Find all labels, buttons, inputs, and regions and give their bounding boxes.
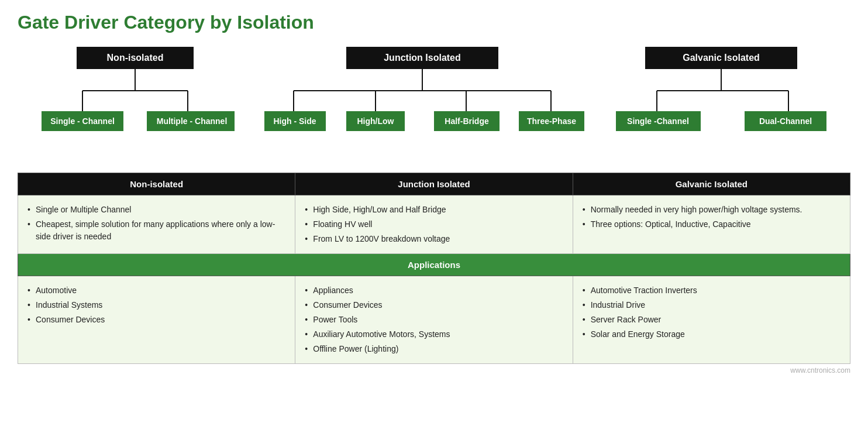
- page-title: Gate Driver Category by Isolation: [18, 12, 850, 33]
- features-galvanic-isolated: Normally needed in very high power/high …: [573, 195, 850, 254]
- list-item: From LV to 1200V breakdown voltage: [305, 232, 563, 246]
- list-item: High Side, High/Low and Half Bridge: [305, 202, 563, 217]
- features-non-isolated: Single or Multiple Channel Cheapest, sim…: [18, 195, 295, 254]
- svg-text:Dual-Channel: Dual-Channel: [759, 116, 812, 126]
- applications-header-cell: Applications: [18, 254, 850, 276]
- list-item: Cheapest, simple solution for many appli…: [27, 217, 285, 244]
- list-item: Floating HV well: [305, 217, 563, 232]
- svg-text:Half-Bridge: Half-Bridge: [445, 116, 489, 126]
- header-junction-isolated: Junction Isolated: [295, 173, 573, 195]
- junction-isolated-tree: Junction Isolated High - Side High/Low H…: [259, 44, 586, 161]
- apps-junction-isolated: Appliances Consumer Devices Power Tools …: [295, 276, 573, 364]
- galvanic-isolated-tree: Galvanic Isolated Single -Channel Dual-C…: [610, 44, 832, 161]
- svg-text:High - Side: High - Side: [273, 116, 316, 126]
- apps-non-isolated: Automotive Industrial Systems Consumer D…: [18, 276, 295, 364]
- list-item: Offline Power (Lighting): [305, 342, 563, 356]
- list-item: Normally needed in very high power/high …: [583, 202, 841, 217]
- svg-text:Non-isolated: Non-isolated: [106, 53, 163, 63]
- list-item: Server Rack Power: [583, 312, 841, 327]
- svg-text:Single - Channel: Single - Channel: [50, 116, 115, 126]
- applications-header-row: Applications: [18, 254, 850, 276]
- applications-row: Automotive Industrial Systems Consumer D…: [18, 276, 850, 364]
- svg-text:Single -Channel: Single -Channel: [627, 116, 689, 126]
- svg-text:Multiple - Channel: Multiple - Channel: [156, 116, 227, 126]
- features-junction-isolated: High Side, High/Low and Half Bridge Floa…: [295, 195, 573, 254]
- list-item: Automotive: [27, 283, 285, 298]
- tree-diagrams: Non-isolated Single - Channel Multiple -…: [18, 44, 850, 161]
- list-item: Solar and Energy Storage: [583, 327, 841, 342]
- features-row: Single or Multiple Channel Cheapest, sim…: [18, 195, 850, 254]
- header-galvanic-isolated: Galvanic Isolated: [573, 173, 850, 195]
- list-item: Power Tools: [305, 312, 563, 327]
- list-item: Appliances: [305, 283, 563, 298]
- list-item: Three options: Optical, Inductive, Capac…: [583, 217, 841, 232]
- list-item: Consumer Devices: [305, 298, 563, 312]
- svg-text:Three-Phase: Three-Phase: [527, 116, 576, 126]
- list-item: Industrial Drive: [583, 298, 841, 312]
- list-item: Consumer Devices: [27, 312, 285, 327]
- main-table: Non-isolated Junction Isolated Galvanic …: [18, 173, 850, 364]
- non-isolated-tree: Non-isolated Single - Channel Multiple -…: [36, 44, 235, 161]
- apps-galvanic-isolated: Automotive Traction Inverters Industrial…: [573, 276, 850, 364]
- svg-text:Galvanic Isolated: Galvanic Isolated: [683, 53, 760, 63]
- watermark: www.cntronics.com: [18, 366, 850, 375]
- list-item: Industrial Systems: [27, 298, 285, 312]
- svg-text:Junction Isolated: Junction Isolated: [384, 53, 461, 63]
- header-non-isolated: Non-isolated: [18, 173, 295, 195]
- list-item: Single or Multiple Channel: [27, 202, 285, 217]
- list-item: Automotive Traction Inverters: [583, 283, 841, 298]
- list-item: Auxiliary Automotive Motors, Systems: [305, 327, 563, 342]
- svg-text:High/Low: High/Low: [357, 116, 394, 126]
